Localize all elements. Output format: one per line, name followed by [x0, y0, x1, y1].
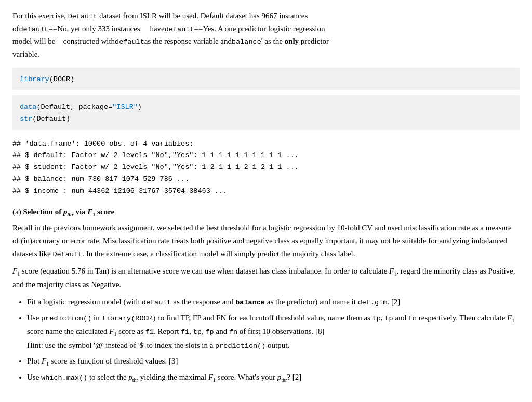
output-line-5: ## $ income : num 44362 12106 31767 3570… — [12, 186, 520, 198]
default-keyword-4: default — [115, 38, 144, 46]
default-keyword-3: default — [165, 25, 194, 33]
bullet-item-1: Fit a logistic regression model (with de… — [27, 295, 520, 308]
section-a-para2: F1 score (equation 5.76 in Tan) is an al… — [12, 265, 520, 291]
fn-code: fn — [408, 315, 417, 322]
f1-para2b: F — [389, 267, 394, 275]
fp-report-code: fp — [206, 328, 214, 336]
fn-report-code: fn — [229, 328, 237, 336]
code-line-library: library(ROCR) — [20, 73, 512, 85]
intro-paragraph: For this exercise, Default dataset from … — [12, 9, 520, 60]
f1-bullet2: F — [507, 314, 512, 322]
fp-code: fp — [384, 315, 393, 322]
str-keyword: str — [20, 115, 32, 123]
f1-report-code: f1 — [181, 328, 189, 336]
only-bold: only — [285, 37, 299, 45]
tp-report-code: tp — [193, 328, 202, 336]
f1-score-title: F — [87, 208, 92, 216]
balance-bullet1: balance — [235, 297, 265, 306]
default-inline-p1: Default — [52, 251, 82, 258]
section-a-title: Selection of pthr via F1 score — [23, 208, 114, 216]
bullet-list: Fit a logistic regression model (with de… — [27, 295, 520, 385]
p-thr-bullet4: p — [128, 373, 132, 381]
bullet-item-3: Plot F1 score as function of threshold v… — [27, 355, 520, 369]
section-a: (a) Selection of pthr via F1 score Recal… — [12, 206, 520, 385]
library-rocr-code: library(ROCR) — [101, 315, 156, 322]
default-keyword-2: default — [19, 25, 49, 33]
f1-var-code: f1 — [145, 328, 154, 336]
section-a-heading: (a) Selection of pthr via F1 score — [12, 206, 520, 218]
output-block: ## 'data.frame': 10000 obs. of 4 variabl… — [12, 135, 520, 201]
default-bullet1: default — [142, 299, 171, 306]
f1-score-para2: F — [12, 267, 17, 275]
output-line-3: ## $ student: Factor w/ 2 levels "No","Y… — [12, 162, 520, 174]
data-args-2: ) — [138, 103, 142, 111]
intro-text-2: ofdefault==No, yet only 333 instances ha… — [12, 24, 325, 33]
p-thr-symbol: pthr — [63, 208, 74, 216]
bullet-item-2: Use prediction() in library(ROCR) to fin… — [27, 312, 520, 352]
code-line-str: str(Default) — [20, 112, 512, 124]
intro-text-1: For this exercise, Default dataset from … — [12, 11, 308, 20]
prediction-fn-code: prediction() — [41, 315, 91, 322]
str-args: (Default) — [32, 115, 70, 123]
bullet-item-4: Use which.max() to select the pthr yield… — [27, 371, 520, 385]
tp-code: tp — [373, 315, 381, 322]
output-line-4: ## $ balance: num 730 817 1074 529 786 .… — [12, 174, 520, 186]
default-keyword-1: Default — [68, 12, 98, 20]
which-max-code: which.max() — [41, 374, 87, 382]
data-args-1: (Default, package= — [36, 103, 112, 111]
islr-string: "ISLR" — [112, 103, 138, 111]
part-letter-a: (a) — [12, 208, 23, 216]
f1-bullet3: F — [42, 357, 46, 365]
balance-keyword-1: balance — [232, 38, 261, 46]
code-block-1: library(ROCR) — [12, 68, 520, 90]
f1-bullet4: F — [208, 373, 213, 381]
library-args: (ROCR) — [49, 75, 75, 83]
defglm-code: def.glm — [358, 299, 388, 306]
intro-text-3: model will be constructed withdefaultas … — [12, 37, 329, 45]
code-block-2: data(Default, package="ISLR") str(Defaul… — [12, 95, 520, 130]
intro-text-4: variable. — [12, 50, 39, 58]
data-keyword: data — [20, 103, 36, 111]
library-keyword: library — [20, 75, 49, 83]
prediction-hint-code: prediction() — [215, 342, 265, 350]
code-line-data: data(Default, package="ISLR") — [20, 100, 512, 112]
output-line-2: ## $ default: Factor w/ 2 levels "No","Y… — [12, 150, 520, 162]
output-line-1: ## 'data.frame': 10000 obs. of 4 variabl… — [12, 138, 520, 150]
section-a-para1: Recall in the previous homework assignme… — [12, 222, 520, 261]
